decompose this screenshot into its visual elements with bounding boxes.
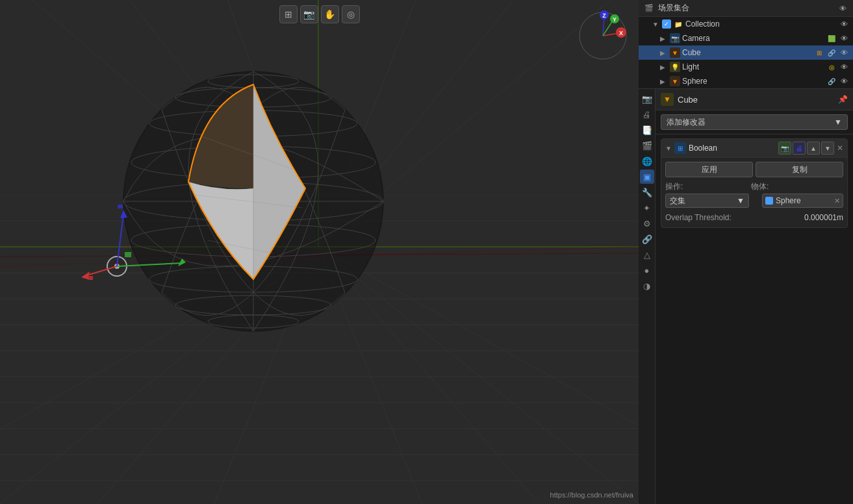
- render-props-icon[interactable]: 📷: [640, 92, 654, 106]
- modifier-up-btn[interactable]: ▲: [807, 142, 820, 155]
- modifier-type-icon: ⊞: [674, 142, 686, 154]
- sphere-color-dot: [765, 197, 773, 205]
- add-modifier-button[interactable]: 添加修改器 ▼: [661, 114, 848, 130]
- light-vis[interactable]: 👁: [839, 62, 849, 72]
- physics-props-icon[interactable]: ⚙: [640, 216, 654, 231]
- add-modifier-label: 添加修改器: [667, 117, 706, 128]
- light-icon: 💡: [670, 62, 680, 72]
- modifier-expand-arrow[interactable]: ▼: [665, 145, 672, 152]
- expand-arrow[interactable]: ▼: [652, 21, 660, 28]
- url-bar: https://blog.csdn.net/fruiva: [550, 491, 633, 499]
- expand-arrow-cube[interactable]: ▶: [660, 49, 668, 57]
- duplicate-button[interactable]: 复制: [756, 162, 843, 177]
- collection-icon: 📁: [673, 19, 683, 29]
- sphere-clear-btn[interactable]: ✕: [834, 197, 840, 205]
- prop-header-title: Cube: [678, 95, 834, 105]
- pan-btn[interactable]: ✋: [321, 5, 339, 23]
- add-modifier-chevron: ▼: [834, 118, 842, 127]
- object-field-label: 物体:: [751, 181, 790, 192]
- output-props-icon[interactable]: 🖨: [640, 107, 654, 121]
- object-sphere-field[interactable]: Sphere ✕: [762, 194, 843, 208]
- modifier-render-btn[interactable]: 🖨: [793, 142, 806, 155]
- svg-rect-57: [125, 252, 131, 257]
- svg-rect-59: [118, 205, 123, 208]
- grid-btn[interactable]: ⊞: [279, 5, 298, 23]
- modifier-close-btn[interactable]: ✕: [837, 144, 843, 153]
- material-props-icon[interactable]: ●: [640, 263, 654, 277]
- sphere-link-icon: 🔗: [826, 76, 837, 86]
- outliner-item-cube[interactable]: ▶ ▼ Cube ⊞ 🔗 👁: [639, 45, 853, 60]
- outliner: 🎬 场景集合 👁 ▼ ✓ 📁 Collection 👁 ▶ 📷 Camera 🟩…: [639, 0, 853, 89]
- prop-header-icon: ▼: [661, 93, 674, 106]
- overlap-value: 0.000001m: [804, 213, 843, 222]
- modifier-controls: 📷 🖨 ▲ ▼: [778, 142, 834, 155]
- modifier-name[interactable]: Boolean: [689, 144, 776, 153]
- properties-content: ▼ Cube 📌 添加修改器 ▼ ▼ ⊞ Boolean 📷: [656, 89, 853, 504]
- boolean-modifier-block: ▼ ⊞ Boolean 📷 🖨 ▲ ▼ ✕ 应用 复制: [661, 138, 848, 228]
- apply-button[interactable]: 应用: [665, 162, 753, 177]
- outliner-title: 场景集合: [658, 3, 834, 14]
- cube-label: Cube: [682, 48, 812, 57]
- world-props-icon[interactable]: 🌐: [640, 154, 654, 168]
- overlap-row: Overlap Threshold: 0.000001m: [661, 210, 847, 225]
- modifier-actions: 应用 复制: [661, 158, 847, 181]
- operation-chevron: ▼: [737, 196, 745, 205]
- expand-arrow-sphere[interactable]: ▶: [660, 78, 668, 85]
- viewport[interactable]: X Z Y ⊞ 📷 ✋ ◎ https://blog.csdn.net/frui…: [0, 0, 639, 504]
- outliner-item-sphere[interactable]: ▶ ▼ Sphere 🔗 👁: [639, 74, 853, 88]
- 3d-scene: [0, 0, 639, 504]
- object-props-icon[interactable]: ▣: [640, 170, 654, 184]
- cursor-btn[interactable]: ◎: [342, 5, 360, 23]
- expand-arrow-camera[interactable]: ▶: [660, 35, 668, 42]
- collection-checkbox[interactable]: ✓: [662, 19, 671, 29]
- modifier-props-icon[interactable]: 🔧: [640, 185, 654, 199]
- data-props-icon[interactable]: △: [640, 247, 654, 262]
- light-label: Light: [682, 62, 824, 71]
- expand-arrow-light[interactable]: ▶: [660, 64, 668, 71]
- overlap-label: Overlap Threshold:: [665, 213, 804, 222]
- sphere-label: Sphere: [682, 77, 824, 86]
- add-modifier-row: 添加修改器 ▼: [656, 110, 853, 134]
- cube-link-icon: 🔗: [826, 47, 837, 58]
- properties-sidebar: 📷 🖨 📑 🎬 🌐 ▣ 🔧 ✦ ⚙ 🔗 △ ● ◑: [639, 89, 656, 504]
- operation-value: 交集: [670, 195, 685, 207]
- camera-view-btn[interactable]: 📷: [300, 5, 318, 23]
- constraints-props-icon[interactable]: 🔗: [640, 232, 654, 246]
- prop-header-pin[interactable]: 📌: [838, 95, 848, 104]
- sphere-field-label: Sphere: [776, 196, 832, 205]
- sphere-icon: ▼: [670, 76, 680, 86]
- right-panel: 🎬 场景集合 👁 ▼ ✓ 📁 Collection 👁 ▶ 📷 Camera 🟩…: [639, 0, 853, 504]
- light-extra-icon: ◎: [826, 62, 837, 72]
- shading-props-icon[interactable]: ◑: [640, 279, 654, 293]
- outliner-item-camera[interactable]: ▶ 📷 Camera 🟩 👁: [639, 31, 853, 45]
- outliner-header: 🎬 场景集合 👁: [639, 0, 853, 17]
- viewport-gizmo[interactable]: X Z Y: [577, 10, 629, 62]
- sphere-vis[interactable]: 👁: [839, 76, 849, 86]
- viewport-toolbar: ⊞ 📷 ✋ ◎: [279, 5, 360, 23]
- properties-panel: 📷 🖨 📑 🎬 🌐 ▣ 🔧 ✦ ⚙ 🔗 △ ● ◑ ▼ Cube 📌: [639, 89, 853, 504]
- svg-text:Y: Y: [613, 16, 617, 23]
- svg-text:X: X: [619, 30, 623, 36]
- collection-vis[interactable]: 👁: [839, 19, 849, 29]
- outliner-scene-icon: 🎬: [644, 3, 654, 14]
- svg-rect-58: [88, 276, 93, 280]
- camera-icon: 📷: [670, 33, 680, 44]
- camera-vis[interactable]: 👁: [839, 33, 849, 44]
- cube-vis[interactable]: 👁: [839, 47, 849, 58]
- collection-label: Collection: [685, 19, 837, 29]
- outliner-item-light[interactable]: ▶ 💡 Light ◎ 👁: [639, 60, 853, 74]
- operation-field-label: 操作:: [665, 181, 704, 192]
- particles-props-icon[interactable]: ✦: [640, 201, 654, 215]
- view-layer-props-icon[interactable]: 📑: [640, 123, 654, 137]
- outliner-item-collection[interactable]: ▼ ✓ 📁 Collection 👁: [639, 17, 853, 31]
- operation-dropdown[interactable]: 交集 ▼: [665, 194, 749, 208]
- cube-icon: ▼: [670, 47, 680, 58]
- prop-header: ▼ Cube 📌: [656, 89, 853, 110]
- modifier-realtime-btn[interactable]: 📷: [778, 142, 791, 155]
- modifier-header: ▼ ⊞ Boolean 📷 🖨 ▲ ▼ ✕: [661, 139, 847, 158]
- scene-props-icon[interactable]: 🎬: [640, 138, 654, 153]
- outliner-vis-icon[interactable]: 👁: [837, 3, 848, 14]
- camera-extra-icon: 🟩: [826, 33, 837, 44]
- modifier-down-btn[interactable]: ▼: [821, 142, 834, 155]
- camera-label: Camera: [682, 34, 824, 43]
